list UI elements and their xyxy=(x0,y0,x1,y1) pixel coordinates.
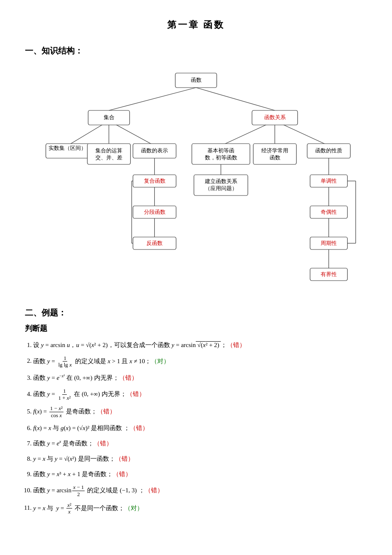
problem-7: 函数 y = ex 是奇函数；（错） xyxy=(33,438,367,449)
svg-text:有界性: 有界性 xyxy=(321,271,337,277)
svg-line-1 xyxy=(196,88,275,110)
svg-text:函数: 函数 xyxy=(270,154,280,161)
section2-title: 二、例题： xyxy=(25,305,367,320)
svg-text:分段函数: 分段函数 xyxy=(144,209,166,215)
problem-2: 函数 y = 1lg lg x 的定义域是 x > 1 且 x ≠ 10；（对） xyxy=(33,355,367,368)
svg-text:交、并、差: 交、并、差 xyxy=(95,154,122,161)
subsection-title: 判断题 xyxy=(25,322,367,335)
svg-text:奇偶性: 奇偶性 xyxy=(321,209,337,215)
svg-text:反函数: 反函数 xyxy=(146,240,163,246)
problem-4: 函数 y = 11 + x² 在 (0, +∞) 内无界；（错） xyxy=(33,388,367,401)
svg-line-0 xyxy=(109,88,196,110)
svg-text:建立函数关系: 建立函数关系 xyxy=(205,178,237,184)
page-title: 第一章 函数 xyxy=(25,17,367,33)
svg-text:函数的表示: 函数的表示 xyxy=(141,147,168,154)
mindmap-svg: 函数 集合 函数关系 实数集（区间） 集合的运算 交、并、差 函数的表示 复合函… xyxy=(25,65,367,289)
problem-8: y = x 与 y = √(x²) 是同一函数；（错） xyxy=(33,453,367,465)
problem-3: 函数 y = e−x² 在 (0, +∞) 内无界；（错） xyxy=(33,372,367,384)
svg-text:复合函数: 复合函数 xyxy=(144,178,166,184)
svg-text:（应用问题）: （应用问题） xyxy=(205,185,237,191)
problem-11: y = x 与 y = x²x 不是同一个函数；（对） xyxy=(33,502,367,515)
svg-text:数，初等函数: 数，初等函数 xyxy=(205,154,237,161)
svg-text:单调性: 单调性 xyxy=(321,178,337,184)
svg-text:函数的性质: 函数的性质 xyxy=(315,147,342,154)
svg-text:经济学常用: 经济学常用 xyxy=(261,147,288,154)
svg-text:周期性: 周期性 xyxy=(321,240,337,246)
problem-9: 函数 y = x³ + x + 1 是奇函数；（错） xyxy=(33,469,367,480)
problem-5: f(x) = 1 − x²cos x 是奇函数；（错） xyxy=(33,405,367,418)
svg-text:集合的运算: 集合的运算 xyxy=(95,147,122,154)
problem-10: 函数 y = arcsinx − 12 的定义域是 (−1, 3) ；（错） xyxy=(33,484,367,497)
svg-text:函数: 函数 xyxy=(191,77,202,83)
section1-title: 一、知识结构： xyxy=(25,43,367,58)
problems-list: 设 y = arcsin u，u = √(x² + 2)，可以复合成一个函数 y… xyxy=(25,340,367,515)
mindmap-container: 函数 集合 函数关系 实数集（区间） 集合的运算 交、并、差 函数的表示 复合函… xyxy=(25,65,367,293)
svg-text:实数集（区间）: 实数集（区间） xyxy=(49,145,86,151)
svg-text:基本初等函: 基本初等函 xyxy=(207,147,234,154)
svg-text:集合: 集合 xyxy=(104,114,114,120)
problem-1: 设 y = arcsin u，u = √(x² + 2)，可以复合成一个函数 y… xyxy=(33,340,367,351)
problem-6: f(x) = x 与 g(x) = (√x)² 是相同函数 ；（错） xyxy=(33,423,367,434)
svg-text:函数关系: 函数关系 xyxy=(264,114,286,120)
